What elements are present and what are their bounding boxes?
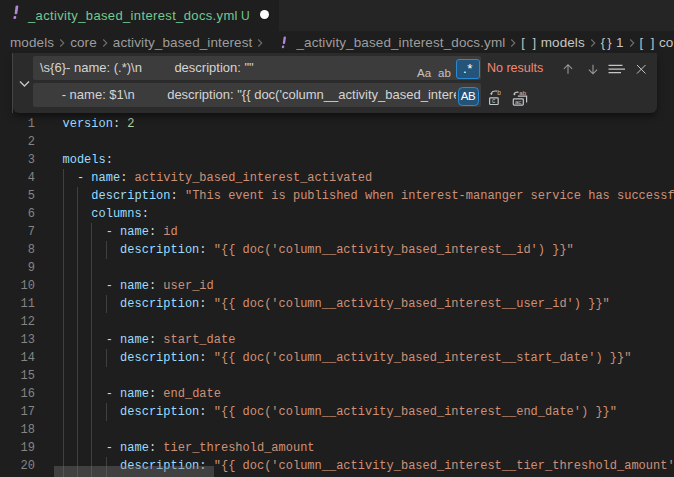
svg-text:b: b <box>497 89 501 96</box>
svg-text:ab: ab <box>519 89 526 96</box>
svg-text:ac: ac <box>515 98 522 105</box>
